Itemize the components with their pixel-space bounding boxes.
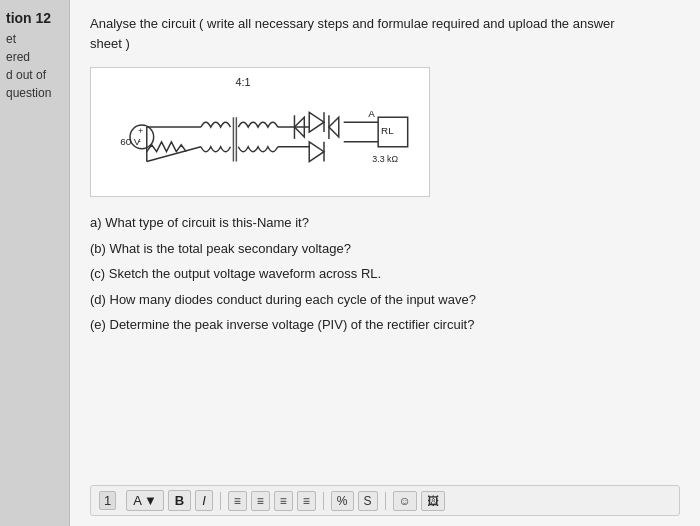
sidebar: tion 12 et ered d out of question [0, 0, 70, 526]
transformer-label: 4:1 [235, 76, 250, 88]
italic-button[interactable]: I [195, 490, 213, 511]
toolbar-divider-3 [385, 492, 386, 510]
sidebar-item-doutof: d out of [6, 68, 63, 82]
font-button[interactable]: A ▼ [126, 490, 164, 511]
question-a: a) What type of circuit is this-Name it? [90, 213, 680, 233]
toolbar-number: 1 [99, 491, 116, 510]
questions-list: a) What type of circuit is this-Name it?… [90, 213, 680, 335]
answer-toolbar: 1 A ▼ B I ≡ ≡ ≡ ≡ % S ☺ 🖼 [90, 485, 680, 516]
svg-text:A: A [368, 108, 375, 119]
svg-text:-: - [138, 136, 141, 146]
instruction-line1: Analyse the circuit ( write all necessar… [90, 16, 615, 31]
question-d: (d) How many diodes conduct during each … [90, 290, 680, 310]
image-button[interactable]: 🖼 [421, 491, 445, 511]
question-e: (e) Determine the peak inverse voltage (… [90, 315, 680, 335]
sidebar-item-et: et [6, 32, 63, 46]
circuit-svg: 4:1 60 V [91, 68, 429, 196]
toolbar-divider-1 [220, 492, 221, 510]
special-button[interactable]: S [358, 491, 378, 511]
sidebar-title: tion 12 [6, 10, 63, 26]
instruction-text: Analyse the circuit ( write all necessar… [90, 14, 680, 53]
chevron-down-icon: ▼ [144, 493, 157, 508]
question-c: (c) Sketch the output voltage waveform a… [90, 264, 680, 284]
emoji-button[interactable]: ☺ [393, 491, 417, 511]
main-content: Analyse the circuit ( write all necessar… [70, 0, 700, 526]
list-button-4[interactable]: ≡ [297, 491, 316, 511]
percent-button[interactable]: % [331, 491, 354, 511]
list-button-2[interactable]: ≡ [251, 491, 270, 511]
svg-text:3.3 kΩ: 3.3 kΩ [372, 154, 398, 164]
question-b: (b) What is the total peak secondary vol… [90, 239, 680, 259]
list-button-1[interactable]: ≡ [228, 491, 247, 511]
svg-text:+: + [138, 126, 143, 136]
sidebar-item-ered: ered [6, 50, 63, 64]
svg-text:RL: RL [381, 125, 394, 136]
circuit-diagram: 4:1 60 V [90, 67, 430, 197]
toolbar-divider-2 [323, 492, 324, 510]
list-button-3[interactable]: ≡ [274, 491, 293, 511]
bold-button[interactable]: B [168, 490, 191, 511]
sidebar-item-question: question [6, 86, 63, 100]
instruction-line2: sheet ) [90, 36, 130, 51]
